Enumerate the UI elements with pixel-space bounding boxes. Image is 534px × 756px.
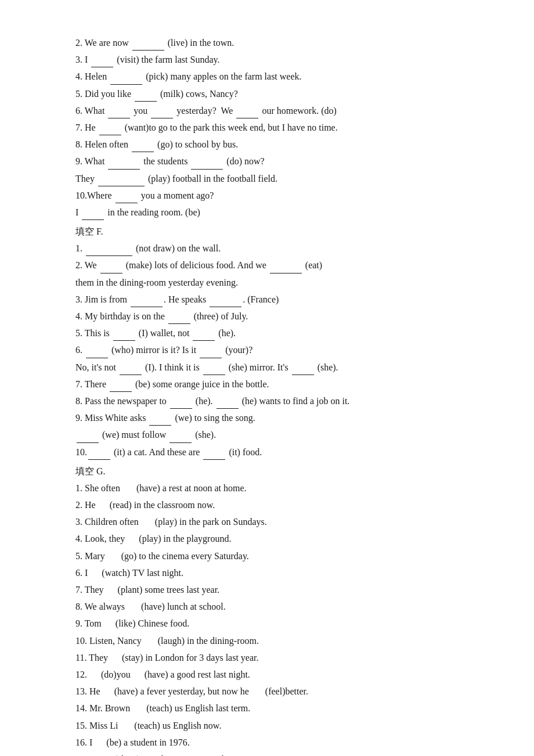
- line-10b: I in the reading room. (be): [75, 204, 459, 220]
- g-line-17: 17. He (clean) our classroom yesterday.: [75, 751, 459, 756]
- line-9b: They (play) football in the football fie…: [75, 171, 459, 186]
- f-blank-6e: [292, 375, 314, 375]
- f-line-10: 10. (it) a cat. And these are (it) food.: [75, 444, 459, 460]
- g-line-5: 5. Mary (go) to the cinema every Saturda…: [75, 548, 459, 564]
- g-line-10: 10. Listen, Nancy (laugh) in the dining-…: [75, 633, 459, 649]
- f-line-6b: No, it's not (I). I think it is (she) mi…: [75, 359, 459, 375]
- line-6: 6. What you yesterday? We our homework. …: [75, 103, 459, 118]
- blank-9b: [191, 169, 223, 170]
- f-blank-4: [168, 323, 190, 324]
- g-line-4: 4. Look, they (play) in the playground.: [75, 531, 459, 546]
- f-blank-1: [86, 255, 132, 256]
- f-blank-5b: [193, 340, 215, 341]
- blank-2: [132, 50, 164, 51]
- f-blank-2b: [270, 273, 302, 273]
- f-blank-3a: [131, 307, 163, 307]
- blank-5: [135, 101, 157, 102]
- f-blank-9c: [169, 442, 192, 443]
- f-blank-6c: [120, 375, 142, 375]
- blank-9a: [108, 169, 140, 170]
- f-blank-9a: [149, 425, 171, 426]
- f-line-4: 4. My birthday is on the (three) of July…: [75, 308, 459, 324]
- f-blank-8b: [217, 408, 239, 409]
- line-3: 3. I (visit) the farm last Sunday.: [75, 52, 459, 67]
- f-line-9: 9. Miss White asks (we) to sing the song…: [75, 410, 459, 426]
- blank-8: [132, 152, 154, 152]
- line-4: 4. Helen (pick) many apples on the farm …: [75, 69, 459, 84]
- line-10: 10.Where you a moment ago?: [75, 188, 459, 203]
- g-line-2: 2. He (read) in the classroom now.: [75, 497, 459, 513]
- g-line-3: 3. Children often (play) in the park on …: [75, 514, 459, 530]
- g-line-6: 6. I (watch) TV last night.: [75, 565, 459, 581]
- line-5: 5. Did you like (milk) cows, Nancy?: [75, 86, 459, 102]
- g-line-8: 8. We always (have) lunch at school.: [75, 599, 459, 614]
- f-blank-10a: [88, 459, 110, 460]
- blank-10b: [82, 219, 104, 220]
- g-line-1: 1. She often (have) a rest at noon at ho…: [75, 480, 459, 496]
- f-blank-3b: [210, 307, 241, 307]
- f-line-1: 1. (not draw) on the wall.: [75, 240, 459, 256]
- line-2: 2. We are now (live) in the town.: [75, 35, 459, 51]
- f-line-3: 3. Jim is from . He speaks . (France): [75, 291, 459, 307]
- g-line-16: 16. I (be) a student in 1976.: [75, 735, 459, 750]
- g-line-15: 15. Miss Li (teach) us English now.: [75, 718, 459, 733]
- f-blank-5a: [113, 340, 135, 341]
- f-line-5: 5. This is (I) wallet, not (he).: [75, 325, 459, 341]
- g-line-14: 14. Mr. Brown (teach) us English last te…: [75, 700, 459, 716]
- f-blank-6a: [86, 358, 108, 358]
- f-line-9b: (we) must follow (she).: [75, 427, 459, 442]
- g-line-12: 12. (do)you (have) a good rest last nigh…: [75, 667, 459, 682]
- f-blank-7: [110, 391, 132, 392]
- blank-7: [99, 135, 121, 135]
- f-blank-6d: [203, 375, 225, 375]
- f-blank-9b: [77, 442, 99, 443]
- f-line-6: 6. (who) mirror is it? Is it (your)?: [75, 342, 459, 358]
- g-line-13: 13. He (have) a fever yesterday, but now…: [75, 683, 459, 699]
- section-g-header: 填空 G.: [75, 463, 459, 479]
- section-f-header: 填空 F.: [75, 224, 459, 239]
- blank-6b: [151, 118, 173, 118]
- blank-4: [110, 84, 142, 85]
- f-line-7: 7. There (be) some orange juice in the b…: [75, 376, 459, 392]
- f-blank-2a: [100, 273, 122, 273]
- f-line-2: 2. We (make) lots of delicious food. And…: [75, 257, 459, 273]
- blank-9c: [98, 186, 145, 186]
- g-line-11: 11. They (stay) in London for 3 days las…: [75, 650, 459, 665]
- blank-6a: [108, 118, 130, 118]
- line-8: 8. Helen often (go) to school by bus.: [75, 136, 459, 152]
- line-7: 7. He (want)to go to the park this week …: [75, 120, 459, 135]
- blank-3: [91, 67, 113, 67]
- g-line-7: 7. They (plant) some trees last year.: [75, 582, 459, 597]
- blank-10a: [116, 203, 138, 203]
- f-blank-6b: [200, 358, 222, 358]
- f-line-2b: them in the dining-room yesterday evenin…: [75, 275, 459, 290]
- f-line-8: 8. Pass the newspaper to (he). (he) want…: [75, 393, 459, 409]
- f-blank-10b: [203, 459, 225, 460]
- blank-6c: [236, 118, 258, 118]
- g-line-9: 9. Tom (like) Chinese food.: [75, 615, 459, 631]
- main-content: 2. We are now (live) in the town. 3. I (…: [75, 35, 459, 756]
- line-9: 9. What the students (do) now?: [75, 153, 459, 169]
- f-blank-8a: [170, 408, 192, 409]
